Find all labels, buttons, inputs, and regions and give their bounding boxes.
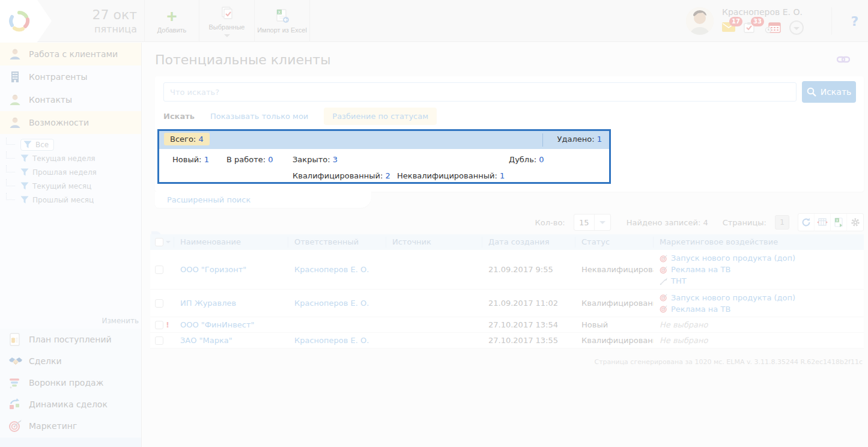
sidebar-item-deals[interactable]: Сделки	[0, 350, 141, 372]
marketing-link[interactable]: Запуск нового продукта (доп)	[671, 293, 795, 302]
deleted-value: 1	[597, 135, 602, 144]
sidebar-item-opportunities[interactable]: Возможности	[0, 111, 141, 134]
filter-current-week[interactable]: Текущая неделя	[0, 151, 141, 165]
column-header-status[interactable]: Статус	[575, 237, 654, 248]
sidebar-item-counterparties[interactable]: Контрагенты	[0, 65, 141, 88]
tasks-badge: 33	[751, 17, 764, 26]
funnel-icon	[20, 182, 29, 190]
import-excel-label: Импорт из Excel	[257, 26, 307, 34]
status-filter-new[interactable]: Новый: 1	[172, 155, 209, 164]
selected-button-label: Выбранные	[209, 23, 245, 31]
sidebar-item-contacts[interactable]: Контакты	[0, 88, 141, 111]
deleted-filter[interactable]: Удалено: 1	[557, 135, 602, 144]
client-name-link[interactable]: ИП Журавлев	[174, 299, 288, 308]
created-cell: 27.10.2017 13:54	[482, 320, 575, 329]
marketing-link[interactable]: ТНТ	[671, 276, 687, 285]
column-header-responsible[interactable]: Ответственный	[288, 237, 386, 248]
documents-check-icon	[220, 5, 234, 21]
building-icon	[8, 70, 22, 84]
page-button[interactable]: 1	[775, 215, 789, 230]
column-header-marketing[interactable]: Маркетинговое воздействие	[654, 237, 864, 248]
filter-last-month[interactable]: Прошлый месяц	[0, 193, 141, 207]
help-button[interactable]: ?	[842, 14, 868, 29]
client-name-link[interactable]: ЗАО "Марка"	[174, 336, 288, 345]
sidebar-item-label: Работа с клиентами	[29, 49, 118, 59]
search-link[interactable]: Искать	[163, 112, 195, 121]
sidebar-bottom-group: План поступлений Сделки Воронки продаж Д…	[0, 329, 141, 437]
column-header-name[interactable]: Наименование	[174, 237, 288, 248]
filter-all[interactable]: Все	[0, 138, 141, 151]
sidebar-item-income-plan[interactable]: План поступлений	[0, 329, 141, 350]
marketing-link[interactable]: Реклама на ТВ	[671, 305, 730, 314]
status-cell: Неквалифицированный	[575, 265, 654, 274]
import-excel-button[interactable]: X Импорт из Excel	[255, 0, 310, 42]
edit-link[interactable]: Изменить	[102, 317, 139, 325]
calendar-icon[interactable]	[765, 22, 781, 33]
column-header-source[interactable]: Источник	[386, 237, 482, 248]
sidebar-footer-strip	[0, 437, 141, 447]
user-name[interactable]: Красноперов Е. О.	[722, 7, 818, 17]
created-cell: 21.09.2017 9:55	[482, 265, 575, 274]
search-input[interactable]	[163, 82, 797, 102]
status-filter-in-progress[interactable]: В работе: 0	[226, 155, 273, 164]
income-plan-icon	[8, 333, 22, 346]
marketing-link[interactable]: Запуск нового продукта (доп)	[671, 254, 795, 263]
user-block: Красноперов Е. О. 17	[722, 7, 818, 35]
page-size-select[interactable]: 15	[574, 214, 611, 231]
refresh-button[interactable]	[798, 214, 815, 231]
only-mine-link[interactable]: Показывать только мои	[210, 112, 308, 121]
row-checkbox[interactable]	[155, 321, 163, 329]
sidebar-item-marketing[interactable]: Маркетинг	[0, 415, 141, 437]
funnel-icon	[20, 196, 29, 204]
advanced-search-link[interactable]: Расширенный поиск	[167, 195, 250, 204]
columns-setup-button[interactable]	[815, 214, 831, 231]
marketing-link[interactable]: Реклама на ТВ	[671, 265, 730, 274]
column-header-created[interactable]: Дата создания	[482, 237, 575, 248]
sidebar-item-deal-dynamics[interactable]: Динамика сделок	[0, 394, 141, 415]
row-checkbox[interactable]	[155, 266, 163, 274]
responsible-link[interactable]: Красноперов Е. О.	[288, 336, 386, 345]
target-icon	[660, 266, 668, 274]
sidebar-item-label: План поступлений	[29, 335, 112, 344]
by-status-link[interactable]: Разбиение по статусам	[324, 108, 437, 125]
header-divider	[831, 7, 832, 35]
link-icon[interactable]	[837, 55, 850, 64]
row-checkbox[interactable]	[155, 336, 163, 345]
client-name-link[interactable]: ООО "ФинИнвест"	[174, 320, 288, 329]
date-weekday: пятница	[58, 23, 137, 36]
avatar[interactable]	[686, 7, 714, 35]
selected-button[interactable]: Выбранные	[199, 0, 255, 42]
dynamics-icon	[8, 398, 22, 411]
select-all-checkbox[interactable]	[155, 238, 163, 246]
status-filter-unqualified[interactable]: Неквалифицированный: 1	[397, 171, 505, 180]
user-menu-chevron-icon[interactable]	[789, 20, 804, 35]
grid-controls: Кол-во: 15 Найдено записей: 4 Страницы: …	[155, 213, 864, 232]
elma-logo-icon[interactable]	[8, 10, 30, 32]
target-icon	[660, 305, 668, 313]
status-filter-duplicate[interactable]: Дубль: 0	[509, 155, 544, 164]
responsible-link[interactable]: Красноперов Е. О.	[288, 299, 386, 308]
search-button[interactable]: Искать	[802, 81, 856, 103]
sidebar-item-sales-funnels[interactable]: Воронки продаж	[0, 372, 141, 394]
export-excel-button[interactable]: X	[831, 214, 847, 231]
responsible-link[interactable]: Красноперов Е. О.	[288, 265, 386, 274]
sidebar-item-clients-work[interactable]: Работа с клиентами	[0, 43, 141, 65]
found-records: Найдено записей: 4	[627, 218, 708, 227]
funnel-icon	[20, 168, 29, 176]
select-menu-chevron-icon[interactable]	[166, 241, 171, 243]
add-button[interactable]: + Добавить	[144, 0, 199, 42]
total-filter[interactable]: Всего: 4	[164, 133, 210, 145]
status-filter-closed[interactable]: Закрыто: 3	[293, 155, 338, 164]
plus-icon: +	[166, 8, 177, 24]
tasks-icon[interactable]: 33	[744, 22, 757, 33]
table-row: ООО "Горизонт" Красноперов Е. О. 21.09.2…	[150, 250, 864, 290]
dart-icon	[660, 277, 668, 285]
created-cell: 21.09.2017 11:02	[482, 299, 575, 308]
status-filter-qualified[interactable]: Квалифицированный: 2	[293, 171, 390, 180]
filter-current-month[interactable]: Текущий месяц	[0, 179, 141, 193]
mail-icon[interactable]: 17	[722, 22, 735, 33]
client-name-link[interactable]: ООО "Горизонт"	[174, 265, 288, 274]
gear-icon[interactable]	[847, 214, 863, 231]
filter-last-week[interactable]: Прошлая неделя	[0, 165, 141, 179]
row-checkbox[interactable]	[155, 299, 163, 308]
